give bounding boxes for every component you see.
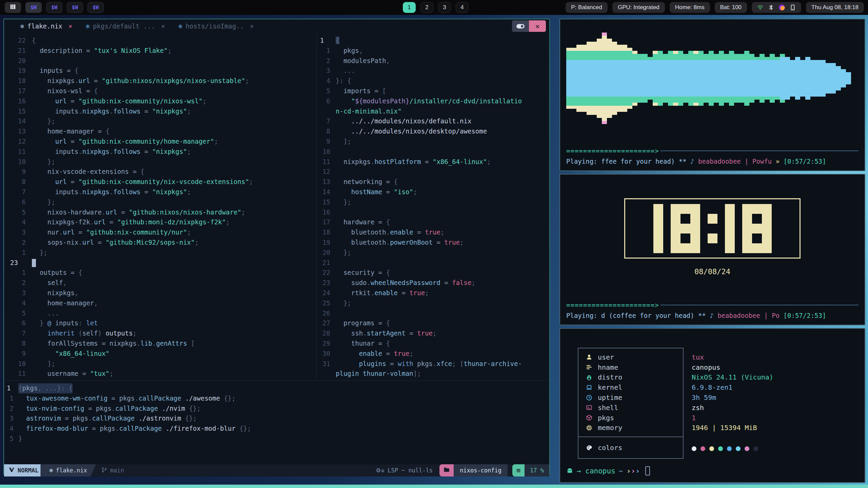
code-line: 1 outputs = {: [4, 268, 316, 278]
folder-icon: [443, 467, 450, 474]
grid-icon: [10, 4, 16, 11]
artist-name: beabadoobee | Powfu: [698, 158, 776, 165]
visualizer-window[interactable]: =====================> Playing: ffee for…: [559, 19, 865, 171]
code-text: };: [336, 197, 351, 207]
clock-window[interactable]: 08/08/24 =====================> Playing:…: [559, 174, 865, 325]
code-line: 5 nixos-hardware.url = "github:nixos/nix…: [4, 207, 316, 218]
code-line: 11 inputs.nixpkgs.follows = "nixpkgs";: [4, 147, 316, 157]
code-line: 22 security = {: [317, 268, 549, 278]
code-line: 2 tux-nvim-config = pkgs.callPackage ./n…: [4, 404, 549, 414]
shell-prompt[interactable]: → canopus ~ ›››: [566, 466, 859, 475]
code-pane-iso[interactable]: 1{1 pkgs,2 modulesPath,3 ...4}: {5 impor…: [317, 33, 549, 380]
file-segment: ❄ flake.nix: [40, 464, 96, 476]
fetch-label: kernel: [598, 383, 622, 391]
line-number: 14: [317, 187, 336, 197]
line-number: 4: [4, 424, 18, 434]
code-line: 10 };: [4, 157, 316, 167]
line-number: 16: [317, 207, 336, 218]
editor-tab[interactable]: ❄pkgs/default ...×: [79, 22, 172, 30]
song-title: ffee for your head) **: [601, 158, 690, 165]
code-pane-flake[interactable]: 22{21 description = "tux's NixOS Flake";…: [4, 33, 317, 380]
visualizer-bar: [643, 54, 648, 103]
tag-button[interactable]: 1: [403, 2, 416, 13]
code-text: hostName = "iso";: [336, 187, 417, 197]
tag-button[interactable]: 3: [438, 2, 451, 13]
workspace-button[interactable]: $W: [87, 2, 104, 13]
visualizer-bar: [810, 60, 815, 97]
phone-icon[interactable]: [790, 4, 796, 11]
toggle-button[interactable]: [512, 20, 529, 32]
nix-icon: ❄: [49, 467, 53, 474]
tab-close-icon[interactable]: ×: [250, 22, 254, 30]
clock-digit: [725, 204, 735, 253]
tab-close-icon[interactable]: ×: [161, 22, 165, 30]
tag-button[interactable]: 2: [420, 2, 433, 13]
media-icon[interactable]: [779, 4, 785, 11]
editor-window[interactable]: ❄flake.nix×❄pkgs/default ...×❄hosts/isoI…: [3, 19, 550, 475]
code-text: url = "github:nix-community/home-manager…: [32, 137, 218, 147]
line-number: 22: [317, 268, 336, 278]
separator-line: [660, 150, 859, 151]
lsp-status: ⚙⚙ LSP ~ null-ls: [376, 464, 434, 476]
window-close-button[interactable]: ×: [529, 20, 546, 32]
code-line: 16: [317, 207, 549, 218]
code-text: "x86_64-linux": [32, 349, 110, 359]
line-number: 1: [4, 383, 18, 393]
line-number: 19: [317, 238, 336, 248]
tag-button[interactable]: 4: [456, 2, 469, 13]
code-text: thunar = {: [336, 339, 390, 349]
status-pill: GPU: Integrated: [612, 2, 665, 13]
clock-digit: [671, 204, 700, 253]
launcher-button[interactable]: [5, 2, 21, 13]
code-line: 17 nixos-wsl = {: [4, 86, 316, 96]
visualizer-bar: [754, 57, 760, 100]
visualizer-bar: [800, 60, 805, 97]
code-text: ../../modules/nixos/default.nix: [336, 116, 471, 126]
mode-label: NORMAL: [18, 467, 38, 474]
buffer-chip: ≡: [512, 464, 525, 476]
visualizer-bar: [653, 51, 658, 106]
visualizer-bar: [841, 69, 846, 87]
workspace-button[interactable]: $W: [46, 2, 62, 13]
code-text: [32, 258, 36, 268]
fetch-value: zsh: [692, 403, 773, 413]
separator-row: =====================>: [566, 301, 859, 309]
clock-digit: [653, 204, 663, 253]
fetch-row: uptime: [586, 392, 683, 403]
fetch-value: NixOS 24.11 (Vicuna): [692, 372, 773, 383]
visualizer-bar: [805, 57, 810, 100]
nix-icon: ❄: [20, 23, 24, 30]
code-line: 2 modulesPath,: [317, 56, 549, 66]
clock-text: Thu Aug 08, 18:18: [811, 4, 859, 11]
workspace-button[interactable]: $W: [25, 2, 42, 13]
fetch-value: 1: [692, 413, 773, 423]
workspace-button[interactable]: $W: [67, 2, 83, 13]
code-line: 5}: [4, 434, 549, 444]
visualizer-bar: [678, 51, 683, 106]
editor-tab[interactable]: ❄flake.nix×: [14, 22, 79, 30]
code-pane-pkgs[interactable]: 1{pkgs, ...}: {1 tux-awesome-wm-config =…: [4, 380, 549, 464]
fetch-window[interactable]: userhnamedistrokerneluptimeshellpkgsmemo…: [559, 328, 865, 483]
editor-tab[interactable]: ❄hosts/isoImag..×: [172, 22, 261, 30]
network-icon[interactable]: [757, 4, 763, 11]
clock-widget: Thu Aug 08, 18:18: [806, 2, 864, 13]
code-text: bluetooth.enable = true;: [336, 227, 444, 238]
visualizer-bar: [581, 45, 587, 112]
line-number: 8: [317, 126, 336, 137]
visualizer-bar: [760, 54, 765, 103]
line-number: 14: [4, 116, 32, 126]
line-number: 22: [4, 36, 32, 46]
tab-close-icon[interactable]: ×: [68, 22, 72, 30]
separator-line: [660, 305, 859, 305]
cursor-block: [32, 259, 36, 267]
bluetooth-icon[interactable]: [768, 4, 774, 11]
toggle-icon: [516, 22, 525, 30]
line-number: 13: [4, 126, 32, 137]
line-number: 2: [4, 404, 18, 414]
code-line: 10 ];: [4, 359, 316, 369]
line-number: 3: [317, 66, 336, 76]
line-number: 9: [317, 137, 336, 147]
code-text: tux-nvim-config = pkgs.callPackage ./nvi…: [18, 404, 201, 414]
laptop-icon: [586, 384, 592, 391]
line-number: 10: [4, 359, 32, 369]
